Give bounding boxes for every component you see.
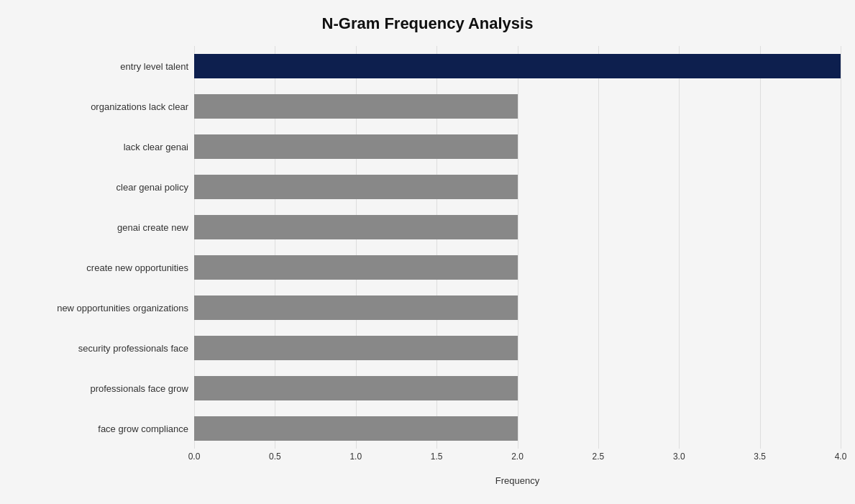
grid-and-bars: 0.00.51.01.52.02.53.03.54.0Frequency bbox=[194, 46, 841, 470]
y-label: organizations lack clear bbox=[14, 88, 188, 125]
chart-title: N-Gram Frequency Analysis bbox=[14, 14, 841, 33]
bar bbox=[194, 295, 518, 320]
bar-row bbox=[194, 410, 841, 447]
bar bbox=[194, 376, 518, 400]
bar-row bbox=[194, 249, 841, 286]
bar-row bbox=[194, 47, 841, 85]
y-label: face grow compliance bbox=[14, 410, 188, 447]
bar bbox=[194, 175, 518, 199]
bar bbox=[194, 134, 518, 159]
bar-row bbox=[194, 88, 841, 125]
y-label: security professionals face bbox=[14, 329, 188, 367]
bar-row bbox=[194, 168, 841, 206]
x-tick-label: 2.5 bbox=[593, 452, 605, 462]
y-label: professionals face grow bbox=[14, 370, 188, 407]
x-tick-label: 1.0 bbox=[349, 452, 362, 462]
bar-row bbox=[194, 370, 841, 407]
y-label: genai create new bbox=[14, 209, 188, 246]
bar bbox=[194, 94, 518, 119]
bars-and-grid: 0.00.51.01.52.02.53.03.54.0Frequency bbox=[194, 46, 841, 470]
bar bbox=[194, 255, 518, 280]
y-label: new opportunities organizations bbox=[14, 289, 188, 326]
y-label: create new opportunities bbox=[14, 249, 188, 286]
bar bbox=[194, 336, 518, 360]
x-tick-label: 3.5 bbox=[754, 452, 766, 462]
bar-row bbox=[194, 209, 841, 246]
bar-row bbox=[194, 329, 841, 367]
grid-line bbox=[841, 46, 841, 449]
x-tick-label: 1.5 bbox=[431, 452, 443, 462]
chart-area: entry level talentorganizations lack cle… bbox=[14, 46, 841, 470]
x-tick-label: 2.0 bbox=[511, 452, 523, 462]
x-tick-label: 0.5 bbox=[269, 452, 281, 462]
x-axis: 0.00.51.01.52.02.53.03.54.0Frequency bbox=[194, 449, 841, 470]
y-labels: entry level talentorganizations lack cle… bbox=[14, 46, 194, 470]
y-label: lack clear genai bbox=[14, 128, 188, 165]
bar-row bbox=[194, 128, 841, 165]
y-label: entry level talent bbox=[14, 47, 188, 85]
x-tick-label: 3.0 bbox=[673, 452, 685, 462]
bar bbox=[194, 215, 518, 239]
x-tick-label: 4.0 bbox=[835, 452, 847, 462]
bar bbox=[194, 416, 518, 441]
x-axis-label: Frequency bbox=[495, 475, 539, 486]
bar-row bbox=[194, 289, 841, 326]
bar bbox=[194, 54, 841, 78]
chart-container: N-Gram Frequency Analysis entry level ta… bbox=[0, 0, 855, 504]
y-label: clear genai policy bbox=[14, 168, 188, 206]
x-tick-label: 0.0 bbox=[188, 452, 201, 462]
bars-wrapper bbox=[194, 46, 841, 449]
